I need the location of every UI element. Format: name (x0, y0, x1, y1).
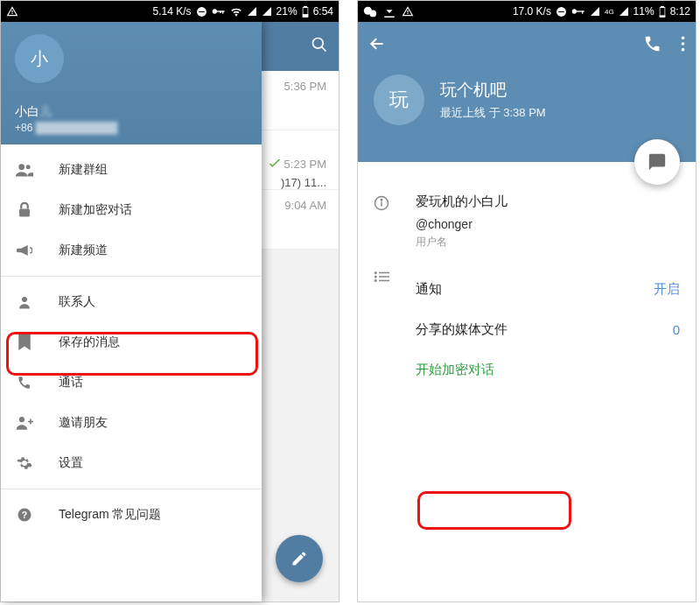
svg-point-38 (374, 279, 377, 282)
battery-percent: 21% (276, 5, 298, 18)
svg-rect-21 (558, 11, 564, 11)
svg-point-34 (374, 271, 377, 274)
row-label: 分享的媒体文件 (416, 321, 508, 338)
svg-point-28 (682, 37, 685, 40)
call-icon[interactable] (644, 35, 662, 56)
dnd-icon (196, 6, 207, 18)
drawer-item-label: 联系人 (59, 294, 95, 310)
battery-percent: 11% (634, 5, 654, 18)
svg-text:?: ? (22, 510, 27, 520)
drawer-item-label: 新建频道 (59, 243, 108, 258)
vpn-key-icon (212, 7, 226, 16)
dnd-icon (556, 6, 567, 18)
svg-point-33 (381, 200, 382, 201)
row-label: 通知 (416, 281, 442, 298)
drawer-item-new-secret-chat[interactable]: 新建加密对话 (1, 190, 262, 230)
wechat-icon (363, 6, 377, 18)
svg-rect-8 (303, 14, 308, 17)
drawer-item-saved[interactable]: 保存的消息 (1, 322, 262, 362)
svg-point-11 (18, 164, 24, 170)
person-add-icon (15, 416, 34, 430)
drawer-header: 小 小白儿 +86 ███████████ (1, 22, 262, 144)
row-shared-media[interactable]: 分享的媒体文件 0 (416, 309, 680, 349)
divider (1, 276, 262, 277)
vpn-key-icon (571, 7, 585, 16)
compose-fab[interactable] (276, 535, 323, 582)
signal-icon-2 (619, 6, 629, 17)
drawer-item-new-group[interactable]: 新建群组 (1, 150, 262, 190)
info-username[interactable]: @chonger (416, 217, 680, 231)
last-seen: 最近上线 于 3:38 PM (440, 105, 546, 121)
profile-header: 玩 玩个机吧 最近上线 于 3:38 PM (358, 22, 696, 162)
battery-icon (659, 6, 666, 18)
divider (1, 489, 262, 489)
row-notifications[interactable]: 通知 开启 (416, 269, 680, 309)
row-value: 开启 (654, 281, 680, 298)
svg-rect-1 (199, 11, 205, 11)
drawer-item-label: 新建群组 (59, 162, 108, 178)
drawer-item-label: 通话 (59, 375, 83, 390)
info-username-hint: 用户名 (416, 235, 680, 250)
back-icon[interactable] (368, 35, 386, 56)
search-icon[interactable] (311, 36, 328, 57)
right-screenshot: 17.0 K/s 4G 11% 8:12 玩 (357, 0, 696, 602)
svg-rect-13 (19, 209, 30, 217)
svg-point-12 (26, 165, 31, 169)
wifi-icon (230, 6, 242, 17)
drawer-item-invite[interactable]: 邀请朋友 (1, 403, 262, 443)
svg-point-9 (313, 39, 324, 49)
drawer-item-label: Telegram 常见问题 (59, 507, 161, 523)
svg-rect-35 (379, 272, 389, 274)
left-screenshot: 5.14 K/s 21% 6:54 5:36 PM (0, 0, 340, 602)
profile-name: 玩个机吧 (440, 79, 546, 102)
svg-point-36 (374, 276, 377, 278)
network-speed: 5.14 K/s (153, 5, 192, 18)
row-start-secret-chat[interactable]: 开始加密对话 (416, 349, 680, 390)
warning-icon (402, 5, 414, 18)
list-icon (374, 269, 393, 286)
status-bar: 5.14 K/s 21% 6:54 (1, 1, 339, 22)
drawer-item-new-channel[interactable]: 新建频道 (1, 230, 262, 271)
svg-rect-37 (379, 276, 389, 278)
row-value: 0 (673, 322, 680, 337)
info-bio: 爱玩机的小白儿 (416, 193, 680, 210)
network-speed: 17.0 K/s (513, 5, 551, 18)
drawer-item-faq[interactable]: ? Telegram 常见问题 (1, 495, 262, 535)
info-icon (374, 193, 393, 215)
drawer-item-contacts[interactable]: 联系人 (1, 282, 262, 322)
drawer-item-label: 邀请朋友 (59, 415, 108, 431)
help-icon: ? (15, 507, 34, 523)
clock: 6:54 (313, 5, 333, 18)
contact-icon (15, 295, 34, 309)
svg-rect-24 (582, 11, 583, 13)
phone-icon (15, 376, 34, 390)
signal-type: 4G (605, 8, 614, 16)
avatar[interactable]: 小 (15, 34, 64, 83)
svg-rect-39 (379, 280, 389, 282)
drawer-username: 小白儿 (15, 104, 248, 120)
svg-point-19 (369, 10, 376, 17)
svg-rect-27 (660, 15, 665, 16)
check-icon (269, 158, 281, 171)
drawer-item-label: 设置 (59, 455, 83, 471)
more-icon[interactable] (681, 35, 685, 56)
signal-icon (247, 6, 257, 17)
warning-icon (6, 5, 18, 18)
gear-icon (15, 455, 34, 471)
drawer-item-calls[interactable]: 通话 (1, 362, 262, 403)
svg-point-15 (19, 417, 24, 422)
battery-icon (302, 6, 309, 18)
svg-rect-4 (222, 11, 223, 13)
message-fab[interactable] (634, 139, 680, 185)
drawer-item-label: 新建加密对话 (59, 202, 132, 218)
avatar[interactable]: 玩 (374, 74, 424, 125)
svg-rect-26 (661, 6, 663, 7)
callout-highlight (417, 491, 571, 530)
lock-icon (15, 202, 34, 218)
svg-point-30 (682, 48, 685, 52)
svg-point-2 (212, 9, 216, 13)
svg-rect-5 (220, 11, 220, 13)
group-icon (15, 163, 34, 177)
drawer-item-settings[interactable]: 设置 (1, 443, 262, 483)
row-label: 开始加密对话 (416, 362, 494, 378)
